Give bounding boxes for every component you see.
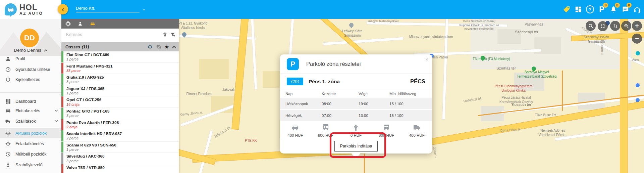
vehicle-row[interactable]: Punto Evo Abarth / FER-3082 órája [61, 119, 179, 131]
vehicle-row[interactable]: Giulia 2,9 / ARG-9253 perce [61, 74, 179, 85]
col-header: Vége [359, 92, 389, 96]
chevron-down-icon: ⌄ [142, 7, 146, 11]
target-icon [5, 141, 11, 147]
map-main-road [231, 19, 249, 130]
poi-dot [636, 98, 640, 102]
map-main-road [620, 19, 628, 173]
vehicle-row[interactable]: Pontiac GTO / PGT-1653 perce [61, 108, 179, 119]
map-road [195, 130, 213, 173]
col-header: Nap [285, 92, 322, 96]
trash-icon[interactable] [162, 32, 167, 37]
support-headset-icon[interactable] [633, 5, 641, 14]
sidebar-item-past-positions[interactable]: Múltbéli pozíciók [0, 149, 61, 159]
map-road [555, 123, 644, 141]
star-icon[interactable]: ★ [165, 44, 169, 49]
map-label: Jakovali [222, 87, 234, 92]
user-name-toggle[interactable]: Demo Dennis [0, 48, 61, 53]
vehicle-row[interactable]: Fiat Dino GT / DGT-6891 perce [61, 51, 179, 63]
sidebar-item-shipments[interactable]: Szállítások [0, 116, 61, 126]
vehicle-group-header[interactable]: Összes (11) ★ [61, 42, 179, 51]
chevron-down-icon [55, 110, 58, 112]
zone-code-badge: 7201 [287, 78, 303, 85]
price-car: 400 HUF [280, 124, 311, 137]
apps-grid-icon[interactable] [574, 5, 583, 14]
eye-off-icon[interactable] [156, 44, 162, 50]
zoom-area-button[interactable] [621, 21, 631, 31]
vehicle-row[interactable]: Scania R 620 V8 / SCN-6501 perce [61, 142, 179, 153]
map-label: Vasváry-ház [525, 22, 543, 27]
popup-title: Parkoló zóna részletei [306, 61, 361, 67]
poi-pin [348, 22, 354, 28]
vehicle-row[interactable]: Volvo T5R / VTR-850 [61, 164, 179, 173]
bus-icon [322, 124, 330, 132]
sidebar-item-current-positions[interactable]: Aktuális pozíciók [0, 128, 61, 138]
map-label: Baranya Megyei Természetbarát Szövetség [517, 70, 556, 79]
tag-icon[interactable] [562, 5, 571, 14]
van-icon [382, 124, 390, 132]
sidebar-item-logout[interactable]: Kijelentkezés [0, 75, 61, 85]
truck-icon [5, 118, 11, 124]
sidebar-item-profil[interactable]: Profil [0, 54, 61, 64]
close-icon[interactable]: × [425, 56, 428, 62]
zone-name: Pécs 1. zóna [309, 79, 340, 85]
vehicle-row[interactable]: SilverBug / AKC-3603 perce [61, 153, 179, 164]
sidebar-item-cache-clear[interactable]: Gyorsítótár ürítése [0, 64, 61, 75]
chevron-up-icon[interactable] [172, 46, 176, 48]
parking-badge: 0 [603, 3, 608, 8]
search-input[interactable] [65, 32, 144, 37]
top-bar: ? P 0 0 0 Demo Kft. ⌄ [0, 0, 644, 19]
sidebar-item-fleet[interactable]: Flottakezelés [0, 106, 61, 116]
notifications-bell-icon[interactable]: 0 [609, 5, 618, 14]
dashboard-icon [5, 98, 11, 104]
chevron-up-icon [44, 49, 48, 52]
map-label: F3 Irodák (F3 Munkácsy) [473, 57, 510, 61]
map-label: PTE 1.sz. Gyakorló Általános Iskola [179, 21, 207, 30]
divider [0, 92, 61, 93]
zone-schedule-table: Nap Kezdete Vége Min. idő/összeg Hétközn… [280, 89, 432, 121]
device-chip-icon[interactable] [65, 21, 71, 27]
group-count: (11) [82, 45, 89, 49]
vehicle-row[interactable]: Jaguar XJ / FRS-3651 perce [61, 85, 179, 97]
collapse-sidebar-button[interactable]: ‹ [58, 4, 68, 14]
help-icon[interactable]: ? [586, 5, 594, 14]
group-name: Összes [65, 45, 80, 49]
filter-icon[interactable] [170, 32, 175, 37]
map-label-street: Jókai u. [432, 146, 439, 159]
select-area-button[interactable] [610, 21, 620, 31]
messages-icon[interactable]: 0 [621, 5, 630, 14]
zoom-out-button[interactable]: − [632, 34, 642, 44]
car-icon [7, 7, 14, 12]
table-row: Hétvégék 07:00 13:00 15 / 100 [280, 110, 432, 121]
poi-dot [636, 83, 640, 87]
parking-icon[interactable]: P 0 [597, 5, 606, 14]
avatar[interactable]: DD [20, 29, 39, 47]
col-header: Min. idő/összeg [389, 92, 432, 96]
zoom-in-button[interactable]: + [632, 21, 642, 31]
vehicles-icon-active[interactable] [90, 21, 96, 27]
sidebar-item-task-tracking[interactable]: Feladatkövetés [0, 139, 61, 149]
map-building [199, 59, 229, 79]
map-label-street: Rákóczi út [463, 96, 481, 104]
fullscreen-button[interactable] [598, 21, 608, 31]
drivers-icon[interactable] [77, 21, 83, 27]
company-selector[interactable]: Demo Kft. [76, 6, 140, 12]
col-header: Kezdete [322, 92, 359, 96]
map-label: Pécsi Tudományegyetem Urológiai Klinika [495, 84, 532, 93]
vehicle-row[interactable]: Ford Mustang / FMG-32135 perce [61, 63, 179, 74]
notifications-badge: 0 [615, 3, 620, 8]
parking-zone-border [562, 71, 563, 111]
map-label-street: Rákóczi út [213, 125, 231, 139]
eye-icon[interactable] [147, 44, 153, 50]
figure-icon [5, 162, 11, 168]
map-label: Kossuth tér [512, 102, 531, 107]
vehicle-row[interactable]: Scania Interlink HD / BRV-9872 perce [61, 130, 179, 142]
map-search-button[interactable] [586, 21, 596, 31]
crop-icon [613, 24, 618, 29]
chevron-down-icon [55, 120, 58, 122]
vehicle-row[interactable]: Opel GT / OGT-25616 órája [61, 96, 179, 108]
sidebar-item-dashboard[interactable]: Dashboard [0, 96, 61, 106]
zone-city: PÉCS [410, 78, 425, 85]
panel-search-row [61, 29, 179, 42]
sidebar-item-rule-manager[interactable]: Szabálykezelő [0, 160, 61, 170]
vehicle-panel: Összes (11) ★ Fiat Dino GT / DGT-6891 pe… [61, 19, 179, 173]
